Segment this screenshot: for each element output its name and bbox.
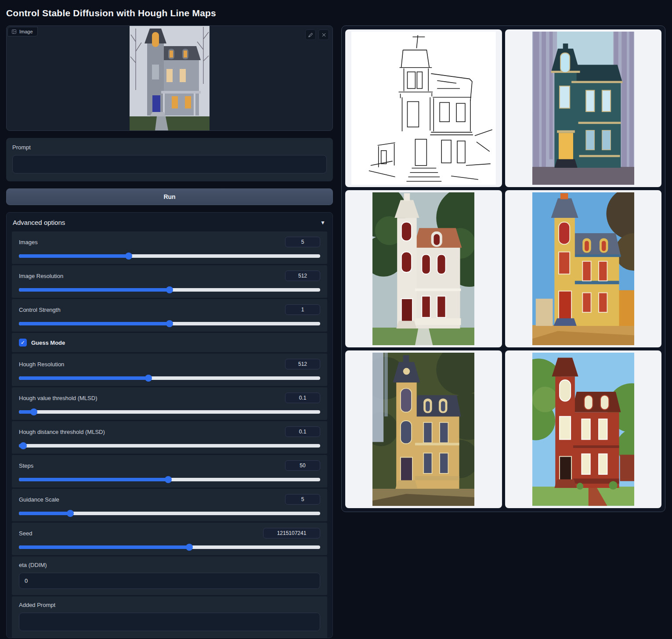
added-prompt-input[interactable] (19, 613, 320, 631)
advanced-options-panel: Advanced options ▼ Images (6, 212, 333, 638)
output-gallery (341, 25, 665, 512)
slider-track[interactable] (19, 478, 320, 481)
close-icon (321, 32, 327, 38)
slider-seed: Seed (12, 523, 327, 555)
slider-images: Images (12, 231, 327, 264)
slider-value-input[interactable] (285, 426, 320, 437)
slider-value-input[interactable] (285, 393, 320, 403)
slider-hough-value-threshold: Hough value threshold (MLSD) (12, 387, 327, 420)
slider-thumb[interactable] (186, 544, 193, 551)
guess-mode-row: ✓ Guess Mode (12, 333, 327, 352)
controls-column: Image (6, 25, 333, 638)
slider-thumb[interactable] (30, 408, 37, 415)
slider-thumb[interactable] (145, 375, 152, 382)
slider-track[interactable] (19, 322, 320, 325)
slider-value-input[interactable] (285, 271, 320, 281)
edit-image-button[interactable] (305, 29, 316, 40)
slider-track[interactable] (19, 410, 320, 414)
advanced-options-header[interactable]: Advanced options ▼ (7, 213, 332, 231)
chevron-down-icon: ▼ (320, 220, 325, 226)
slider-value-input[interactable] (285, 460, 320, 471)
slider-label: Seed (19, 530, 32, 537)
gallery-item-hough-line-map[interactable] (345, 29, 502, 187)
slider-thumb[interactable] (20, 442, 27, 449)
red-brick-victorian-image (532, 353, 634, 506)
uploaded-image-victorian-house (130, 26, 210, 130)
slider-label: Hough value threshold (MLSD) (19, 395, 97, 401)
slider-thumb[interactable] (166, 286, 173, 293)
page-title: Control Stable Diffusion with Hough Line… (6, 8, 666, 18)
gallery-item-yellow-victorian[interactable] (505, 190, 662, 348)
image-icon (11, 29, 17, 34)
gallery-item-red-brick-victorian[interactable] (505, 350, 662, 508)
eta-input[interactable] (19, 573, 320, 589)
gallery-item-golden-victorian[interactable] (345, 350, 502, 508)
slider-steps: Steps (12, 455, 327, 487)
guess-mode-checkbox[interactable]: ✓ (19, 339, 27, 347)
slider-hough-distance-threshold: Hough distance threshold (MLSD) (12, 421, 327, 454)
run-button[interactable]: Run (6, 188, 333, 205)
pencil-icon (308, 32, 314, 38)
slider-label: Image Resolution (19, 273, 63, 279)
advanced-options-title: Advanced options (13, 219, 65, 226)
slider-value-input[interactable] (285, 304, 320, 315)
gallery-item-teal-victorian[interactable] (505, 29, 662, 187)
eta-label: eta (DDIM) (19, 562, 320, 568)
slider-track[interactable] (19, 545, 320, 549)
teal-victorian-image (532, 32, 634, 185)
slider-hough-resolution: Hough Resolution (12, 354, 327, 386)
slider-track[interactable] (19, 444, 320, 448)
white-victorian-image (372, 192, 474, 346)
slider-label: Images (19, 239, 38, 245)
slider-control-strength: Control Strength (12, 299, 327, 332)
slider-thumb[interactable] (165, 476, 172, 483)
slider-value-input[interactable] (263, 528, 320, 538)
added-prompt-label: Added Prompt (19, 602, 320, 608)
slider-value-input[interactable] (285, 494, 320, 505)
slider-image-resolution: Image Resolution (12, 265, 327, 298)
image-dropzone[interactable]: Image (6, 25, 333, 131)
yellow-victorian-image (532, 192, 634, 346)
slider-label: Guidance Scale (19, 496, 59, 503)
image-input-label: Image (19, 29, 33, 34)
slider-thumb[interactable] (125, 253, 132, 260)
clear-image-button[interactable] (318, 29, 329, 40)
slider-track[interactable] (19, 254, 320, 258)
slider-track[interactable] (19, 376, 320, 380)
golden-victorian-image (372, 353, 474, 506)
added-prompt-field: Added Prompt (12, 596, 327, 638)
hough-line-map-image (351, 32, 496, 185)
gallery-item-white-victorian[interactable] (345, 190, 502, 348)
prompt-label: Prompt (12, 144, 327, 151)
prompt-input[interactable] (12, 155, 327, 173)
slider-thumb[interactable] (67, 510, 74, 517)
slider-value-input[interactable] (285, 359, 320, 369)
slider-label: Hough distance threshold (MLSD) (19, 429, 105, 435)
slider-track[interactable] (19, 288, 320, 292)
slider-value-input[interactable] (285, 237, 320, 247)
prompt-panel: Prompt (6, 138, 333, 181)
image-input-badge: Image (7, 27, 38, 36)
app-root: Control Stable Diffusion with Hough Line… (0, 0, 672, 638)
slider-guidance-scale: Guidance Scale (12, 489, 327, 521)
slider-label: Control Strength (19, 307, 61, 313)
slider-label: Hough Resolution (19, 361, 64, 368)
guess-mode-label: Guess Mode (31, 339, 65, 346)
slider-track[interactable] (19, 512, 320, 515)
eta-field: eta (DDIM) (12, 556, 327, 595)
slider-thumb[interactable] (166, 320, 173, 327)
slider-label: Steps (19, 462, 33, 469)
